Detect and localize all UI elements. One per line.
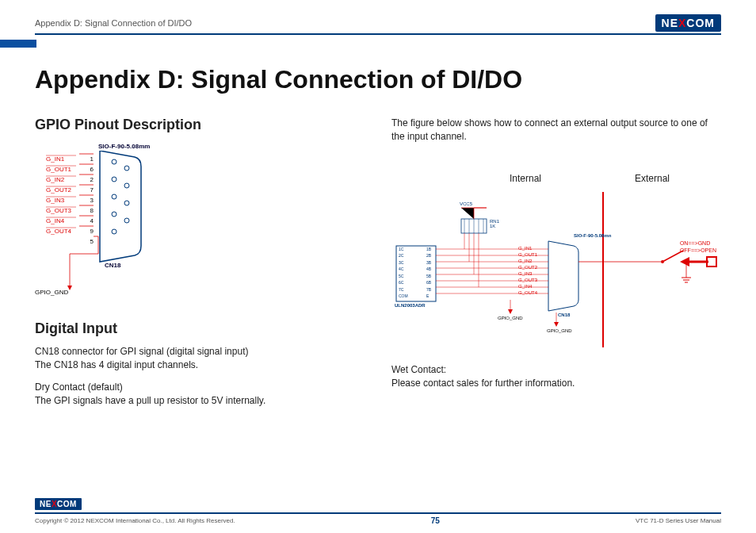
external-label: External <box>635 173 670 184</box>
footer-rule <box>35 512 721 514</box>
di-dry-contact-block: Dry Contact (default) The GPI signals ha… <box>35 381 344 408</box>
breadcrumb: Appendix D: Signal Connection of DI/DO <box>35 18 192 28</box>
header-rule <box>35 33 721 35</box>
di-line: The CN18 has 4 digital input channels. <box>35 359 198 370</box>
schematic-gpio-gnd-2: GPIO_GND <box>547 328 572 333</box>
svg-point-1 <box>124 166 129 171</box>
svg-point-3 <box>124 183 129 188</box>
internal-external-divider <box>602 192 604 347</box>
gpio-pinout-heading: GPIO Pinout Description <box>35 117 344 133</box>
schematic-svg <box>391 189 724 347</box>
wet-line: Wet Contact: <box>391 364 446 375</box>
schematic-connector-id: CN18 <box>558 313 570 317</box>
schematic-diagram: VCC5 RN1 1K ULN2003ADR SIO-F-90-5.08mn C… <box>391 189 721 347</box>
right-intro-text: The figure below shows how to connect an… <box>391 117 721 144</box>
connector-svg <box>46 151 157 309</box>
connector-model-label: SIO-F-90-5.08mm <box>98 143 150 150</box>
svg-point-8 <box>112 229 116 234</box>
page-footer: NEXCOM Copyright © 2012 NEXCOM Internati… <box>35 496 721 525</box>
ic-label: ULN2003ADR <box>395 303 426 308</box>
pinout-diagram: SIO-F-90-5.08mm G_IN1 G_OUT1 G_IN2 G_OUT… <box>35 141 344 308</box>
page-number: 75 <box>431 516 440 525</box>
vcc-label: VCC5 <box>460 201 472 206</box>
switch-off-text: OFF==>OPEN <box>680 247 716 254</box>
svg-point-6 <box>112 212 116 217</box>
connector-id-label: CN18 <box>105 262 120 269</box>
rn-label: RN1 1K <box>490 219 499 228</box>
manual-name: VTC 71-D Series User Manual <box>636 517 721 524</box>
page-title: Appendix D: Signal Connection of DI/DO <box>35 65 721 94</box>
digital-input-heading: Digital Input <box>35 320 344 337</box>
ic-left-pins: 1C 2C 3C 4C 5C 6C 7C COM <box>399 246 408 300</box>
switch-annotation: ON==>GND OFF==>OPEN <box>680 240 716 254</box>
schematic-connector-model: SIO-F-90-5.08mn <box>574 233 611 238</box>
blue-tab-accent <box>0 40 36 48</box>
di-text-block: CN18 connector for GPI signal (digital s… <box>35 345 344 373</box>
schematic-pin-labels: G_IN1 G_OUT1 G_IN2 G_OUT2 G_IN3 G_OUT3 G… <box>518 245 537 296</box>
di-line: Dry Contact (default) <box>35 382 123 393</box>
logo-header: NEXCOM <box>655 14 721 32</box>
svg-point-0 <box>112 159 116 164</box>
di-line: CN18 connector for GPI signal (digital s… <box>35 346 248 357</box>
di-line: The GPI signals have a pull up resistor … <box>35 395 265 406</box>
gpio-gnd-label: GPIO_GND <box>35 289 68 296</box>
copyright-text: Copyright © 2012 NEXCOM International Co… <box>35 517 235 524</box>
switch-on-text: ON==>GND <box>680 240 716 247</box>
svg-point-5 <box>124 201 129 205</box>
ic-right-pins: 1B 2B 3B 4B 5B 6B 7B E <box>426 246 431 300</box>
svg-point-4 <box>112 194 116 199</box>
schematic-gpio-gnd-1: GPIO_GND <box>498 316 523 320</box>
internal-external-row: Internal External <box>463 173 716 184</box>
logo-footer: NEXCOM <box>35 498 82 510</box>
svg-point-7 <box>124 218 129 223</box>
wet-contact-block: Wet Contact: Please contact sales for fu… <box>391 363 721 391</box>
svg-point-2 <box>112 177 116 182</box>
wet-line: Please contact sales for further informa… <box>391 378 575 389</box>
internal-label: Internal <box>510 173 541 184</box>
